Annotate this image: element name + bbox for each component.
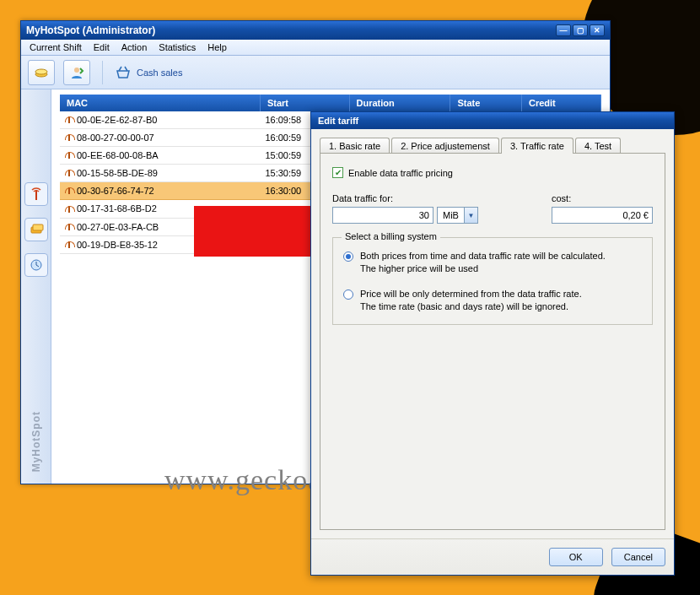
- enable-traffic-label: Enable data traffic pricing: [348, 168, 453, 178]
- chevron-down-icon: ▼: [467, 212, 474, 219]
- menu-current-shift[interactable]: Current Shift: [30, 42, 82, 52]
- annotation-arrow: [194, 206, 329, 257]
- billing-system-fieldset: Select a billing system Both prices from…: [332, 237, 653, 325]
- col-duration[interactable]: Duration: [349, 95, 450, 111]
- billing-radio-both-line1: Both prices from time and data traffic r…: [360, 251, 606, 261]
- toolbar-separator: [102, 61, 103, 84]
- col-credit[interactable]: Credit: [521, 95, 600, 111]
- cell-mac: 00-EE-68-00-08-BA: [60, 147, 260, 165]
- tab-traffic-rate[interactable]: 3. Traffic rate: [501, 138, 573, 154]
- svg-point-1: [35, 69, 47, 74]
- col-start[interactable]: Start: [260, 95, 349, 111]
- unit-dropdown-button[interactable]: ▼: [465, 207, 478, 224]
- unit-combo[interactable]: MiB ▼: [437, 207, 478, 224]
- dialog-title: Edit tariff: [311, 112, 674, 129]
- menu-edit[interactable]: Edit: [94, 42, 110, 52]
- clock-icon: [29, 257, 44, 273]
- tabstrip: 1. Basic rate 2. Price adjustemenst 3. T…: [320, 138, 665, 154]
- antenna-icon: [65, 170, 73, 178]
- tab-price-adjustements[interactable]: 2. Price adjustemenst: [391, 138, 499, 154]
- antenna-icon: [65, 152, 73, 160]
- titlebar: MyHotSpot (Administrator) — ▢ ✕: [21, 21, 610, 40]
- toolbar-button-coins[interactable]: [28, 60, 55, 85]
- maximize-button[interactable]: ▢: [573, 24, 588, 36]
- ok-button[interactable]: OK: [549, 548, 603, 566]
- tab-panel-traffic-rate: Enable data traffic pricing Data traffic…: [320, 153, 665, 530]
- cost-input[interactable]: [552, 207, 653, 224]
- col-mac[interactable]: MAC: [60, 95, 260, 111]
- billing-radio-both[interactable]: [343, 252, 353, 262]
- antenna-icon: [29, 187, 44, 202]
- antenna-icon: [65, 206, 73, 214]
- billing-legend: Select a billing system: [342, 231, 440, 241]
- toolbar: Cash sales: [21, 56, 610, 89]
- data-traffic-label: Data traffic for:: [332, 193, 478, 203]
- billing-radio-data-only[interactable]: [343, 289, 353, 300]
- toolbar-button-user[interactable]: [63, 60, 90, 85]
- cell-mac: 00-0E-2E-62-87-B0: [60, 111, 260, 129]
- side-tabs: MyHotSpot: [21, 89, 51, 484]
- side-tab-antenna[interactable]: [24, 182, 48, 206]
- antenna-icon: [65, 224, 73, 232]
- edit-tariff-dialog: Edit tariff 1. Basic rate 2. Price adjus…: [310, 111, 675, 576]
- svg-rect-4: [33, 224, 43, 230]
- cell-mac: 08-00-27-00-00-07: [60, 129, 260, 147]
- minimize-button[interactable]: —: [556, 24, 571, 36]
- billing-radio-data-only-text: Price will be only determined from the d…: [360, 288, 582, 314]
- cell-mac: 00-15-58-5B-DE-89: [60, 165, 260, 182]
- menu-statistics[interactable]: Statistics: [159, 42, 196, 52]
- antenna-icon: [65, 134, 73, 143]
- unit-value: MiB: [437, 207, 465, 224]
- billing-radio-both-line2: The higher price will be used: [360, 263, 478, 273]
- enable-traffic-checkbox[interactable]: [332, 167, 343, 178]
- cell-mac: 00-30-67-66-74-72: [60, 182, 260, 200]
- billing-radio-data-only-line2: The time rate (basic and days rate) will…: [360, 301, 568, 311]
- menu-action[interactable]: Action: [121, 42, 148, 52]
- cost-label: cost:: [552, 193, 653, 203]
- antenna-icon: [65, 187, 73, 196]
- side-tab-clock[interactable]: [24, 253, 48, 277]
- menubar: Current Shift Edit Action Statistics Hel…: [21, 40, 610, 56]
- menu-help[interactable]: Help: [207, 42, 227, 52]
- data-traffic-input[interactable]: [332, 207, 433, 224]
- tab-basic-rate[interactable]: 1. Basic rate: [320, 138, 390, 154]
- col-state[interactable]: State: [450, 95, 522, 111]
- window-title: MyHotSpot (Administrator): [26, 24, 155, 36]
- side-label: MyHotSpot: [30, 411, 42, 472]
- antenna-icon: [65, 241, 73, 250]
- cancel-button[interactable]: Cancel: [611, 548, 665, 566]
- side-tab-tickets[interactable]: [24, 218, 48, 241]
- cash-sales-label: Cash sales: [137, 68, 182, 78]
- billing-radio-both-text: Both prices from time and data traffic r…: [360, 250, 606, 276]
- billing-radio-data-only-line1: Price will be only determined from the d…: [360, 289, 582, 299]
- svg-point-2: [74, 68, 79, 73]
- antenna-icon: [65, 116, 73, 125]
- basket-icon: [115, 65, 132, 80]
- close-button[interactable]: ✕: [590, 24, 605, 36]
- cash-sales-link[interactable]: Cash sales: [115, 65, 182, 80]
- tickets-icon: [29, 222, 44, 237]
- tab-test[interactable]: 4. Test: [575, 138, 621, 154]
- dialog-footer: OK Cancel: [311, 538, 674, 575]
